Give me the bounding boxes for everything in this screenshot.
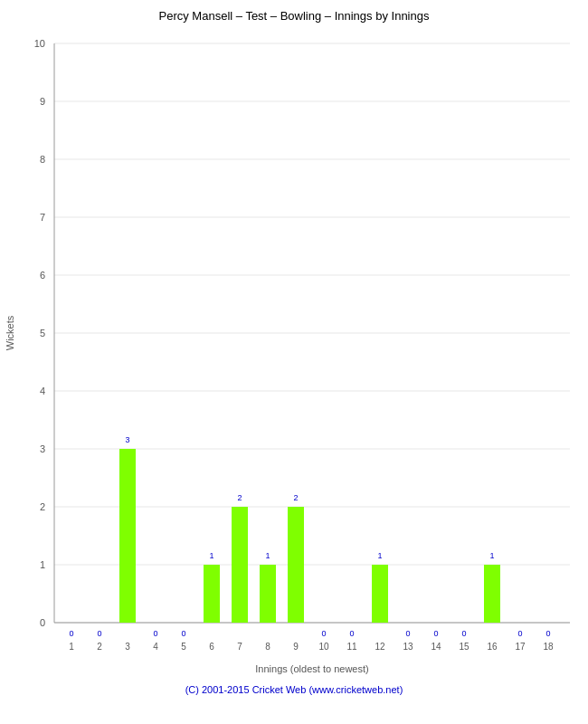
x-axis-label: Innings (oldest to newest) — [255, 663, 368, 674]
svg-text:10: 10 — [34, 38, 45, 49]
x-tick-12: 12 — [375, 642, 385, 652]
x-tick-1: 1 — [69, 642, 74, 652]
bar-label-8: 1 — [265, 551, 270, 560]
bar-label-16: 1 — [489, 551, 494, 560]
svg-text:1: 1 — [40, 559, 45, 570]
bar-6 — [204, 565, 220, 623]
x-tick-14: 14 — [431, 642, 441, 652]
bar-label-9: 2 — [293, 493, 298, 502]
x-tick-9: 9 — [293, 642, 299, 652]
bar-7 — [232, 507, 248, 623]
x-tick-6: 6 — [209, 642, 214, 652]
bar-9 — [288, 507, 304, 623]
bar-label-17: 0 — [517, 629, 522, 638]
svg-text:0: 0 — [40, 617, 45, 628]
bar-label-2: 0 — [97, 629, 101, 638]
x-tick-17: 17 — [515, 642, 526, 652]
bar-label-5: 0 — [181, 629, 185, 638]
x-tick-7: 7 — [237, 642, 242, 652]
bar-label-1: 0 — [69, 629, 73, 638]
svg-text:8: 8 — [40, 154, 45, 165]
x-tick-8: 8 — [265, 642, 270, 652]
svg-text:2: 2 — [40, 501, 45, 512]
svg-text:5: 5 — [40, 328, 45, 338]
bar-16 — [484, 565, 500, 623]
bar-label-11: 0 — [349, 629, 354, 638]
bar-label-7: 2 — [237, 493, 242, 502]
x-tick-11: 11 — [346, 642, 357, 652]
bar-label-4: 0 — [153, 629, 157, 638]
x-tick-3: 3 — [125, 642, 130, 652]
chart-title: Percy Mansell – Test – Bowling – Innings… — [0, 0, 588, 27]
x-tick-13: 13 — [403, 642, 413, 652]
chart-container: Percy Mansell – Test – Bowling – Innings… — [0, 0, 588, 724]
svg-text:3: 3 — [40, 443, 45, 454]
x-tick-16: 16 — [487, 642, 498, 652]
bar-label-13: 0 — [405, 629, 410, 638]
chart-svg: 0 1 2 3 4 5 6 7 8 9 10 Wickets 0 1 0 2 3… — [0, 25, 588, 695]
bar-8 — [260, 565, 276, 623]
bar-12 — [372, 565, 388, 623]
x-tick-18: 18 — [543, 642, 554, 652]
bar-3 — [119, 449, 136, 623]
x-tick-15: 15 — [459, 642, 469, 652]
bar-label-10: 0 — [321, 629, 326, 638]
svg-text:9: 9 — [40, 96, 45, 107]
footer: (C) 2001-2015 Cricket Web (www.cricketwe… — [185, 684, 403, 695]
svg-text:7: 7 — [40, 212, 45, 223]
svg-text:4: 4 — [40, 386, 45, 396]
x-tick-2: 2 — [97, 642, 102, 652]
x-tick-5: 5 — [181, 642, 186, 652]
x-tick-10: 10 — [318, 642, 329, 652]
bar-label-18: 0 — [545, 629, 550, 638]
bar-label-15: 0 — [461, 629, 466, 638]
svg-text:6: 6 — [40, 270, 45, 281]
svg-text:Wickets: Wickets — [5, 315, 15, 350]
bar-label-6: 1 — [209, 551, 213, 560]
x-tick-4: 4 — [153, 642, 158, 652]
bar-label-12: 1 — [377, 551, 382, 560]
bar-label-14: 0 — [433, 629, 438, 638]
bar-label-3: 3 — [125, 435, 129, 444]
